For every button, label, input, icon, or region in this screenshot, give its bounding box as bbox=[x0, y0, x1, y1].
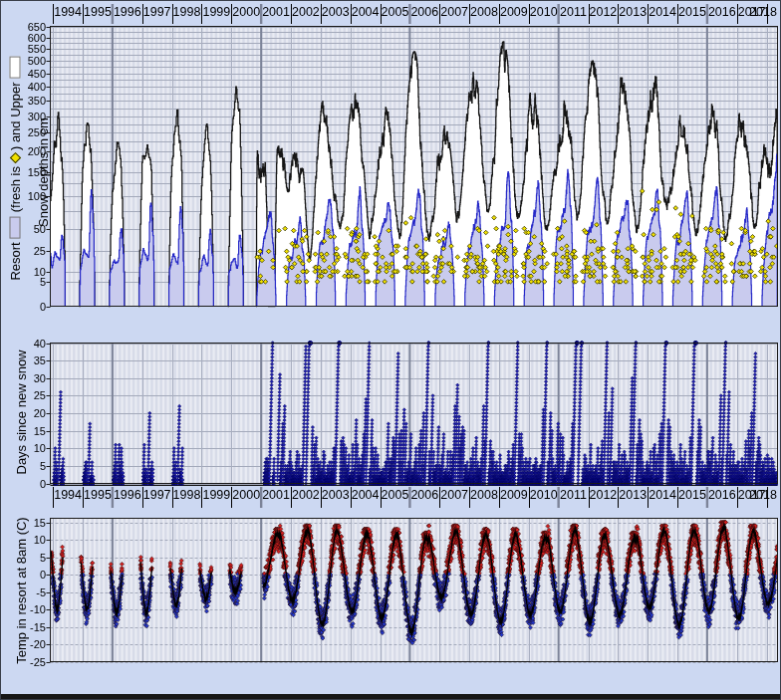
fresh-legend-prefix: (fresh is bbox=[8, 166, 23, 212]
days-panel-axis-title: Days since new snow bbox=[14, 350, 29, 475]
resort-swatch bbox=[10, 216, 21, 238]
upper-swatch bbox=[10, 56, 21, 78]
fresh-legend-suffix: ) and Upper bbox=[8, 82, 23, 150]
snow-panel-legend: Resort(fresh is) and Upper bbox=[8, 52, 23, 280]
snow-panel-axis-title: Snow depths in cm bbox=[36, 117, 51, 227]
chart-canvas bbox=[1, 1, 781, 700]
resort-legend-label: Resort bbox=[8, 242, 23, 280]
temp-panel-axis-title: Temp in resort at 8am (C) bbox=[14, 517, 29, 663]
fresh-snow-icon bbox=[10, 152, 21, 163]
snow-history-chart: 0510255010015020025030035040045050055060… bbox=[0, 0, 781, 700]
